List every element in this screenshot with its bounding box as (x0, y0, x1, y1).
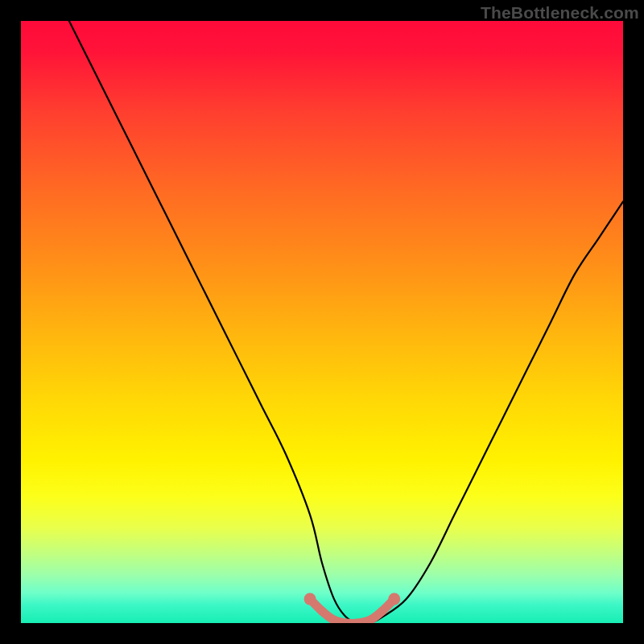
bottleneck-curve-group (69, 21, 623, 623)
chart-frame: TheBottleneck.com (0, 0, 644, 644)
curve-svg (21, 21, 623, 623)
optimal-band-dot (318, 607, 327, 616)
watermark-text: TheBottleneck.com (481, 3, 639, 23)
optimal-band-dot (388, 593, 400, 605)
plot-area (21, 21, 623, 623)
bottleneck-curve (69, 21, 623, 623)
optimal-band-group (304, 593, 401, 623)
optimal-band-dot (378, 607, 386, 616)
optimal-band-dot (304, 593, 316, 605)
